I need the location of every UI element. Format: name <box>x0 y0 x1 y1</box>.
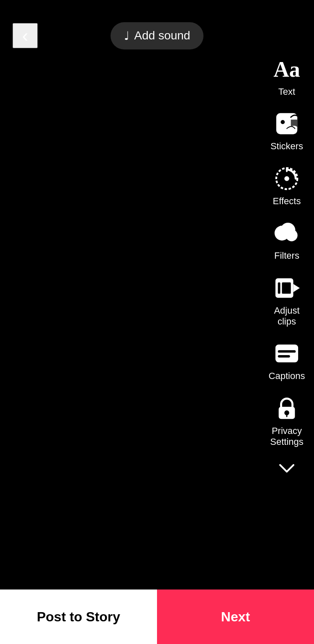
sidebar-label-adjust-clips: Adjust clips <box>265 305 309 327</box>
sidebar-label-stickers: Stickers <box>270 141 303 152</box>
post-to-story-button[interactable]: Post to Story <box>0 589 157 644</box>
sidebar-label-text: Text <box>278 86 295 97</box>
svg-rect-13 <box>278 351 296 353</box>
effects-icon <box>272 164 301 193</box>
sidebar-label-filters: Filters <box>274 250 299 261</box>
chevron-down-icon[interactable] <box>275 457 299 481</box>
privacy-settings-icon <box>272 394 301 423</box>
sidebar-label-effects: Effects <box>273 196 301 207</box>
svg-rect-10 <box>278 282 281 293</box>
adjust-clips-icon <box>272 273 301 303</box>
back-icon: ‹ <box>22 25 28 46</box>
bottom-bar: Post to Story Next <box>0 589 314 644</box>
sidebar: Aa Text Stickers Effects <box>260 42 314 489</box>
sidebar-item-filters[interactable]: Filters <box>262 214 312 265</box>
svg-rect-14 <box>278 355 290 358</box>
sidebar-item-text[interactable]: Aa Text <box>262 50 312 101</box>
sidebar-item-stickers[interactable]: Stickers <box>262 105 312 156</box>
svg-marker-9 <box>293 284 300 292</box>
next-button[interactable]: Next <box>157 589 314 644</box>
filters-icon <box>272 218 301 248</box>
post-to-story-label: Post to Story <box>37 609 120 625</box>
next-label: Next <box>221 609 250 625</box>
text-icon: Aa <box>272 55 301 84</box>
captions-icon <box>272 339 301 368</box>
sidebar-item-effects[interactable]: Effects <box>262 160 312 211</box>
svg-point-3 <box>284 176 289 181</box>
add-sound-label: Add sound <box>134 29 190 42</box>
svg-rect-12 <box>275 345 298 363</box>
music-icon: ♩ <box>124 29 129 43</box>
sidebar-label-privacy-settings: Privacy Settings <box>270 426 304 448</box>
add-sound-button[interactable]: ♩ Add sound <box>111 22 204 49</box>
sidebar-item-captions[interactable]: Captions <box>262 335 312 386</box>
sidebar-item-privacy-settings[interactable]: Privacy Settings <box>262 390 312 452</box>
stickers-icon <box>272 109 301 138</box>
svg-point-1 <box>281 120 285 125</box>
back-button[interactable]: ‹ <box>13 23 38 48</box>
svg-rect-11 <box>282 282 291 293</box>
sidebar-item-adjust-clips[interactable]: Adjust clips <box>262 269 312 332</box>
svg-point-7 <box>286 229 297 241</box>
sidebar-label-captions: Captions <box>269 371 305 382</box>
